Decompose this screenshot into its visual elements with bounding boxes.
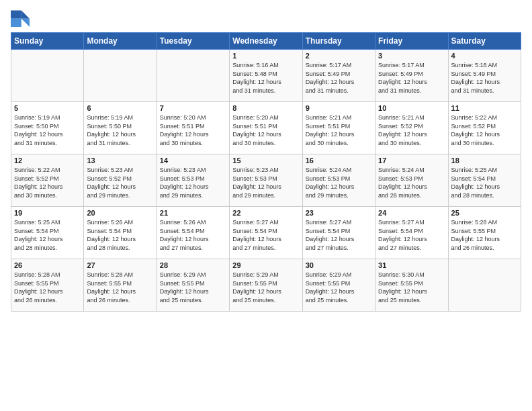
day-number: 1 xyxy=(232,52,299,60)
svg-marker-0 xyxy=(21,11,30,19)
day-number: 18 xyxy=(451,156,518,165)
day-number: 20 xyxy=(87,209,153,217)
day-info: Sunrise: 5:19 AM Sunset: 5:50 PM Dayligh… xyxy=(87,113,153,147)
svg-rect-2 xyxy=(11,11,21,19)
calendar-cell: 26Sunrise: 5:28 AM Sunset: 5:55 PM Dayli… xyxy=(11,259,84,312)
day-info: Sunrise: 5:26 AM Sunset: 5:54 PM Dayligh… xyxy=(160,218,226,252)
day-info: Sunrise: 5:28 AM Sunset: 5:55 PM Dayligh… xyxy=(14,271,81,304)
day-info: Sunrise: 5:21 AM Sunset: 5:52 PM Dayligh… xyxy=(378,113,445,147)
day-info: Sunrise: 5:27 AM Sunset: 5:54 PM Dayligh… xyxy=(306,218,372,252)
calendar-cell: 29Sunrise: 5:29 AM Sunset: 5:55 PM Dayli… xyxy=(230,259,302,312)
calendar-cell: 14Sunrise: 5:23 AM Sunset: 5:53 PM Dayli… xyxy=(157,154,229,207)
day-info: Sunrise: 5:26 AM Sunset: 5:54 PM Dayligh… xyxy=(87,218,153,252)
weekday-header-saturday: Saturday xyxy=(448,33,521,50)
calendar-container: SundayMondayTuesdayWednesdayThursdayFrid… xyxy=(0,0,532,411)
day-info: Sunrise: 5:22 AM Sunset: 5:52 PM Dayligh… xyxy=(14,166,81,199)
calendar-cell: 31Sunrise: 5:30 AM Sunset: 5:55 PM Dayli… xyxy=(375,259,448,312)
calendar-week-5: 26Sunrise: 5:28 AM Sunset: 5:55 PM Dayli… xyxy=(11,259,521,312)
day-number: 3 xyxy=(378,52,445,60)
day-number: 17 xyxy=(378,156,445,165)
day-number: 10 xyxy=(378,104,445,112)
calendar-week-3: 12Sunrise: 5:22 AM Sunset: 5:52 PM Dayli… xyxy=(11,154,521,207)
day-number: 13 xyxy=(87,156,153,165)
calendar-cell: 6Sunrise: 5:19 AM Sunset: 5:50 PM Daylig… xyxy=(84,102,157,154)
day-number: 22 xyxy=(232,209,299,217)
calendar-cell: 13Sunrise: 5:23 AM Sunset: 5:52 PM Dayli… xyxy=(84,154,157,207)
day-info: Sunrise: 5:20 AM Sunset: 5:51 PM Dayligh… xyxy=(232,113,299,147)
day-number: 25 xyxy=(451,209,518,217)
svg-marker-1 xyxy=(21,19,30,27)
calendar-cell: 30Sunrise: 5:29 AM Sunset: 5:55 PM Dayli… xyxy=(302,259,375,312)
weekday-header-row: SundayMondayTuesdayWednesdayThursdayFrid… xyxy=(11,33,521,50)
calendar-cell: 28Sunrise: 5:29 AM Sunset: 5:55 PM Dayli… xyxy=(157,259,229,312)
day-number: 11 xyxy=(451,104,518,112)
calendar-cell: 27Sunrise: 5:28 AM Sunset: 5:55 PM Dayli… xyxy=(84,259,157,312)
day-number: 30 xyxy=(306,261,372,269)
calendar-cell: 2Sunrise: 5:17 AM Sunset: 5:49 PM Daylig… xyxy=(302,50,375,102)
calendar-cell: 24Sunrise: 5:27 AM Sunset: 5:54 PM Dayli… xyxy=(375,207,448,259)
day-number: 28 xyxy=(160,261,226,269)
calendar-week-4: 19Sunrise: 5:25 AM Sunset: 5:54 PM Dayli… xyxy=(11,207,521,259)
calendar-cell: 4Sunrise: 5:18 AM Sunset: 5:49 PM Daylig… xyxy=(448,50,521,102)
calendar-cell: 7Sunrise: 5:20 AM Sunset: 5:51 PM Daylig… xyxy=(157,102,229,154)
calendar-cell: 10Sunrise: 5:21 AM Sunset: 5:52 PM Dayli… xyxy=(375,102,448,154)
calendar-cell xyxy=(11,50,84,102)
day-info: Sunrise: 5:18 AM Sunset: 5:49 PM Dayligh… xyxy=(451,61,518,95)
calendar-table: SundayMondayTuesdayWednesdayThursdayFrid… xyxy=(11,32,521,312)
day-number: 29 xyxy=(232,261,299,269)
day-number: 6 xyxy=(87,104,153,112)
day-number: 15 xyxy=(232,156,299,165)
calendar-cell: 12Sunrise: 5:22 AM Sunset: 5:52 PM Dayli… xyxy=(11,154,84,207)
calendar-week-1: 1Sunrise: 5:16 AM Sunset: 5:48 PM Daylig… xyxy=(11,50,521,102)
day-info: Sunrise: 5:21 AM Sunset: 5:51 PM Dayligh… xyxy=(306,113,372,147)
day-info: Sunrise: 5:29 AM Sunset: 5:55 PM Dayligh… xyxy=(306,271,372,304)
weekday-header-sunday: Sunday xyxy=(11,33,84,50)
day-number: 14 xyxy=(160,156,226,165)
day-info: Sunrise: 5:22 AM Sunset: 5:52 PM Dayligh… xyxy=(451,113,518,147)
calendar-cell: 1Sunrise: 5:16 AM Sunset: 5:48 PM Daylig… xyxy=(230,50,302,102)
day-number: 9 xyxy=(306,104,372,112)
header xyxy=(11,8,521,27)
calendar-cell: 9Sunrise: 5:21 AM Sunset: 5:51 PM Daylig… xyxy=(302,102,375,154)
day-number: 19 xyxy=(14,209,81,217)
day-info: Sunrise: 5:19 AM Sunset: 5:50 PM Dayligh… xyxy=(14,113,81,147)
weekday-header-tuesday: Tuesday xyxy=(157,33,229,50)
calendar-cell: 18Sunrise: 5:25 AM Sunset: 5:54 PM Dayli… xyxy=(448,154,521,207)
calendar-week-2: 5Sunrise: 5:19 AM Sunset: 5:50 PM Daylig… xyxy=(11,102,521,154)
day-info: Sunrise: 5:25 AM Sunset: 5:54 PM Dayligh… xyxy=(451,166,518,199)
calendar-cell: 8Sunrise: 5:20 AM Sunset: 5:51 PM Daylig… xyxy=(230,102,302,154)
calendar-cell: 5Sunrise: 5:19 AM Sunset: 5:50 PM Daylig… xyxy=(11,102,84,154)
day-number: 5 xyxy=(14,104,81,112)
day-number: 24 xyxy=(378,209,445,217)
day-number: 8 xyxy=(232,104,299,112)
day-info: Sunrise: 5:20 AM Sunset: 5:51 PM Dayligh… xyxy=(160,113,226,147)
day-info: Sunrise: 5:28 AM Sunset: 5:55 PM Dayligh… xyxy=(87,271,153,304)
calendar-cell xyxy=(157,50,229,102)
calendar-cell: 11Sunrise: 5:22 AM Sunset: 5:52 PM Dayli… xyxy=(448,102,521,154)
day-info: Sunrise: 5:25 AM Sunset: 5:54 PM Dayligh… xyxy=(14,218,81,252)
weekday-header-monday: Monday xyxy=(84,33,157,50)
day-info: Sunrise: 5:29 AM Sunset: 5:55 PM Dayligh… xyxy=(232,271,299,304)
day-number: 26 xyxy=(14,261,81,269)
logo-icon xyxy=(11,8,30,27)
calendar-cell: 15Sunrise: 5:23 AM Sunset: 5:53 PM Dayli… xyxy=(230,154,302,207)
day-number: 2 xyxy=(306,52,372,60)
day-info: Sunrise: 5:29 AM Sunset: 5:55 PM Dayligh… xyxy=(160,271,226,304)
day-info: Sunrise: 5:24 AM Sunset: 5:53 PM Dayligh… xyxy=(306,166,372,199)
calendar-cell: 25Sunrise: 5:28 AM Sunset: 5:55 PM Dayli… xyxy=(448,207,521,259)
day-info: Sunrise: 5:17 AM Sunset: 5:49 PM Dayligh… xyxy=(378,61,445,95)
logo xyxy=(11,8,32,27)
day-info: Sunrise: 5:17 AM Sunset: 5:49 PM Dayligh… xyxy=(306,61,372,95)
weekday-header-wednesday: Wednesday xyxy=(230,33,302,50)
day-number: 27 xyxy=(87,261,153,269)
day-number: 7 xyxy=(160,104,226,112)
day-number: 12 xyxy=(14,156,81,165)
day-info: Sunrise: 5:28 AM Sunset: 5:55 PM Dayligh… xyxy=(451,218,518,252)
calendar-cell: 3Sunrise: 5:17 AM Sunset: 5:49 PM Daylig… xyxy=(375,50,448,102)
day-number: 16 xyxy=(306,156,372,165)
calendar-cell: 22Sunrise: 5:27 AM Sunset: 5:54 PM Dayli… xyxy=(230,207,302,259)
day-info: Sunrise: 5:23 AM Sunset: 5:53 PM Dayligh… xyxy=(232,166,299,199)
day-info: Sunrise: 5:24 AM Sunset: 5:53 PM Dayligh… xyxy=(378,166,445,199)
calendar-cell xyxy=(84,50,157,102)
day-info: Sunrise: 5:23 AM Sunset: 5:52 PM Dayligh… xyxy=(87,166,153,199)
